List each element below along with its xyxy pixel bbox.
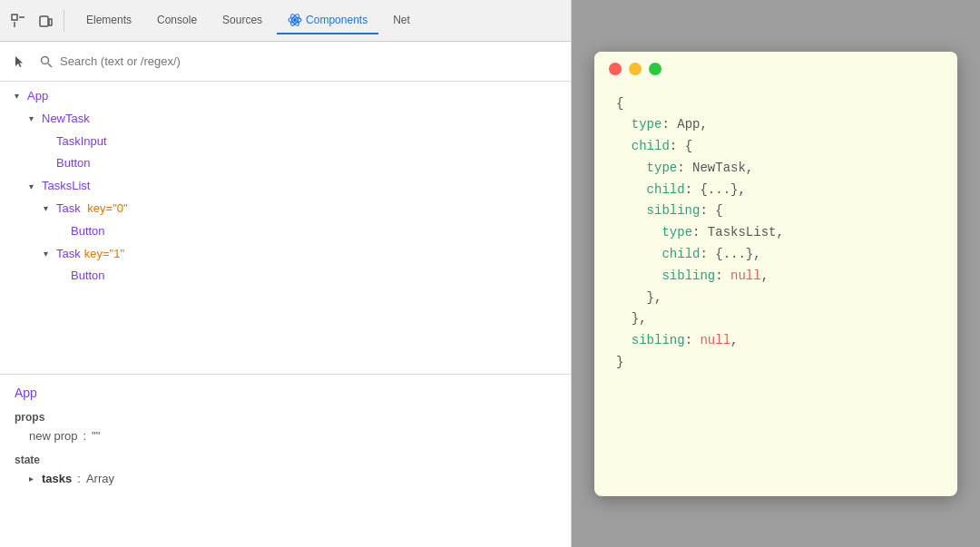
tree-label-button2: Button: [71, 222, 105, 241]
code-line-7: child: {...},: [616, 244, 936, 266]
tree-label-taskslist: TasksList: [42, 177, 90, 196]
info-prop-row: new prop : "": [15, 427, 556, 444]
tree-label-newtask: NewTask: [42, 110, 90, 129]
code-line-11: sibling: null,: [616, 330, 936, 352]
state-name: tasks: [42, 472, 72, 485]
tree-label-task0: Task: [56, 200, 81, 219]
devtools-panel: Elements Console Sources Components Net: [0, 0, 572, 547]
state-type: Array: [86, 472, 114, 485]
state-sep: :: [77, 472, 81, 485]
tree-item-task1[interactable]: Task key="1": [0, 243, 571, 266]
code-panel: { type: App, child: { type: NewTask, chi…: [572, 0, 980, 547]
react-icon: [288, 13, 302, 27]
info-component-name: App: [15, 386, 556, 400]
tab-console[interactable]: Console: [146, 8, 208, 34]
tree-item-button3[interactable]: Button: [0, 265, 571, 288]
code-line-4: child: {...},: [616, 180, 936, 201]
info-props-label: props: [15, 411, 556, 424]
tree-arrow-taskslist: [29, 180, 42, 194]
tab-elements[interactable]: Elements: [75, 8, 142, 34]
tree-item-app[interactable]: App: [0, 85, 571, 108]
info-state-section: state ▸ tasks : Array: [15, 454, 556, 487]
tree-arrow-task1: [44, 247, 56, 261]
search-input[interactable]: [60, 54, 560, 68]
tree-key-val-task0: key="0": [87, 200, 127, 219]
window-minimize-btn[interactable]: [629, 63, 642, 75]
tree-arrow-task0: [44, 201, 56, 216]
svg-rect-0: [12, 15, 17, 20]
device-toggle-icon[interactable]: [34, 10, 56, 32]
code-line-2: child: {: [616, 136, 936, 158]
tree-label-app: App: [27, 87, 48, 106]
tree-arrow-app: [15, 89, 27, 103]
window-titlebar: [594, 52, 957, 86]
tree-item-taskinput[interactable]: TaskInput: [0, 131, 571, 153]
code-window: { type: App, child: { type: NewTask, chi…: [594, 52, 957, 496]
cursor-icon: [11, 53, 29, 71]
code-line-12: }: [616, 352, 936, 374]
code-line-5: sibling: {: [616, 200, 936, 222]
component-tree: App NewTask TaskInput Button TasksList T…: [0, 82, 571, 375]
code-content: { type: App, child: { type: NewTask, chi…: [594, 86, 957, 496]
tree-key-val-task1: key="1": [84, 245, 124, 264]
tree-label-button1: Button: [56, 154, 91, 173]
tab-components[interactable]: Components: [277, 7, 378, 34]
info-prop-sep: :: [83, 429, 86, 443]
svg-point-5: [293, 18, 297, 22]
svg-line-10: [48, 63, 52, 67]
tab-bar-icons: [7, 10, 64, 32]
code-line-8: sibling: null,: [616, 266, 936, 288]
tree-label-task1: Task: [56, 245, 81, 264]
state-arrow-icon: ▸: [29, 474, 42, 484]
svg-point-9: [42, 56, 49, 63]
info-state-label: state: [15, 454, 556, 466]
code-line-10: },: [616, 308, 936, 330]
tree-item-taskslist[interactable]: TasksList: [0, 175, 571, 198]
tree-item-button1[interactable]: Button: [0, 152, 571, 175]
code-line-0: {: [616, 93, 936, 115]
info-panel: App props new prop : "" state ▸ tasks : …: [0, 375, 571, 547]
window-close-btn[interactable]: [609, 63, 622, 75]
code-line-1: type: App,: [616, 114, 936, 136]
tree-item-task0[interactable]: Task key="0": [0, 198, 571, 220]
code-line-6: type: TasksList,: [616, 222, 936, 244]
info-state-row[interactable]: ▸ tasks : Array: [15, 470, 556, 487]
tree-arrow-newtask: [29, 112, 42, 126]
tab-bar: Elements Console Sources Components Net: [0, 0, 571, 42]
inspect-element-icon[interactable]: [7, 10, 29, 32]
search-bar: [0, 42, 571, 82]
tab-network[interactable]: Net: [382, 8, 421, 34]
code-line-3: type: NewTask,: [616, 158, 936, 180]
tab-sources[interactable]: Sources: [211, 8, 273, 34]
tree-item-button2[interactable]: Button: [0, 220, 571, 243]
code-line-9: },: [616, 288, 936, 309]
svg-rect-4: [49, 19, 52, 25]
info-prop-name: new prop: [29, 429, 77, 443]
tree-label-button3: Button: [71, 267, 105, 286]
svg-rect-3: [40, 16, 48, 26]
tree-label-taskinput: TaskInput: [56, 132, 107, 151]
info-prop-val: "": [92, 429, 100, 443]
tree-item-newtask[interactable]: NewTask: [0, 108, 571, 131]
search-icon: [40, 55, 53, 68]
window-maximize-btn[interactable]: [649, 63, 662, 75]
